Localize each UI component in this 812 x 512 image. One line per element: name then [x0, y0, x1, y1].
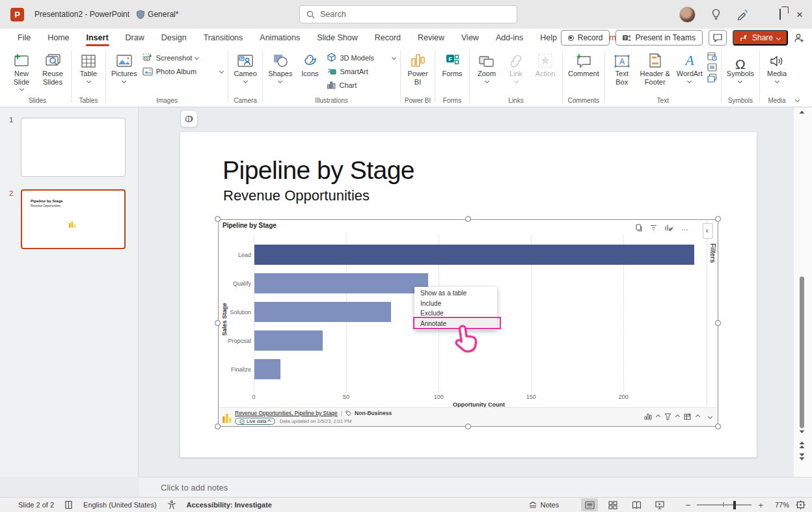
menu-item-include[interactable]: Include [414, 299, 497, 309]
symbols-button[interactable]: Ω Symbols [724, 49, 757, 84]
cameo-button[interactable]: P Cameo [231, 49, 260, 84]
wordart-button[interactable]: A WordArt [674, 49, 705, 84]
date-time-button[interactable] [707, 51, 717, 61]
notes-pane[interactable]: Click to add notes [139, 477, 812, 497]
smartart-button[interactable]: SmartArt [325, 65, 398, 77]
tab-draw[interactable]: Draw [117, 29, 153, 47]
record-button[interactable]: Record [561, 30, 610, 46]
insert-object-button[interactable] [707, 74, 717, 83]
change-visual-chevron[interactable] [656, 414, 660, 419]
zoom-out-button[interactable]: − [685, 500, 690, 510]
header-footer-button[interactable]: Header & Footer [637, 49, 673, 87]
footer-grid-chevron[interactable] [696, 414, 700, 419]
resize-handle-se[interactable] [715, 424, 721, 429]
pictures-button[interactable]: Pictures [109, 49, 140, 84]
resize-handle-ne[interactable] [715, 216, 721, 222]
scroll-down-arrow[interactable] [798, 429, 805, 435]
notes-toggle-label: Notes [540, 501, 559, 509]
new-slide-button[interactable]: New Slide [7, 49, 36, 92]
present-in-teams-button[interactable]: T Present in Teams [616, 30, 703, 46]
tab-add-ins[interactable]: Add-ins [487, 29, 532, 47]
slide-1-thumbnail[interactable] [21, 118, 126, 177]
bar-solution[interactable] [254, 302, 391, 322]
sensitivity-label[interactable]: General* [148, 10, 178, 19]
bar-finalize[interactable] [254, 359, 280, 379]
resize-handle-e[interactable] [715, 320, 721, 326]
comments-toggle-button[interactable] [709, 30, 727, 46]
notes-toggle-icon[interactable]: Notes [528, 501, 559, 509]
zoom-slider[interactable] [697, 504, 751, 505]
tab-file[interactable]: File [9, 29, 39, 47]
search-input[interactable]: Search [299, 5, 517, 23]
zoom-level[interactable]: 77% [770, 501, 789, 509]
close-button[interactable]: × [796, 9, 803, 20]
tab-home[interactable]: Home [39, 29, 77, 47]
zoom-button[interactable]: Zoom [472, 49, 501, 84]
collapse-ribbon-chevron[interactable] [795, 98, 800, 102]
restore-button[interactable] [779, 10, 781, 19]
tab-animations[interactable]: Animations [251, 29, 308, 47]
change-visual-icon[interactable] [644, 413, 652, 420]
table-button[interactable]: Table [74, 49, 103, 84]
resize-handle-w[interactable] [215, 320, 221, 326]
slide-title[interactable]: Pipeline by Stage [223, 156, 414, 185]
resize-handle-s[interactable] [465, 424, 471, 429]
next-slide-button[interactable] [798, 452, 805, 461]
tab-review[interactable]: Review [409, 29, 453, 47]
language-indicator[interactable]: English (United States) [83, 501, 157, 509]
bar-proposal[interactable] [254, 330, 323, 351]
user-avatar[interactable] [679, 7, 696, 23]
footer-filter-icon[interactable] [664, 413, 671, 420]
slide-2-thumbnail[interactable]: Pipeline by Stage Revenue Opportunities [21, 189, 126, 249]
tab-design[interactable]: Design [153, 29, 195, 47]
slide-subtitle[interactable]: Revenue Opportunities [223, 187, 370, 204]
3d-models-button[interactable]: 3D Models [325, 51, 398, 64]
zoom-slider-thumb[interactable] [733, 501, 736, 509]
tab-record[interactable]: Record [366, 29, 409, 47]
chart-button[interactable]: Chart [325, 79, 398, 91]
scroll-up-arrow[interactable] [798, 109, 805, 115]
reading-view-button[interactable] [628, 498, 645, 511]
new-comment-button[interactable]: Comment [565, 49, 602, 79]
bar-lead[interactable] [254, 245, 694, 265]
tab-transitions[interactable]: Transitions [195, 29, 252, 47]
tab-insert[interactable]: Insert [78, 29, 117, 47]
accessibility-status[interactable]: Accessibility: Investigate [187, 501, 272, 509]
icons-button[interactable]: Icons [295, 49, 324, 79]
media-button[interactable]: Media [763, 49, 791, 84]
fit-slide-icon[interactable] [796, 500, 805, 509]
previous-slide-button[interactable] [798, 440, 805, 450]
scrollbar-thumb[interactable] [800, 276, 804, 428]
normal-view-button[interactable] [581, 498, 598, 511]
tips-lightbulb-icon[interactable] [711, 8, 721, 20]
text-box-button[interactable]: A Text Box [608, 49, 636, 87]
forms-button[interactable]: F Forms [438, 49, 467, 79]
resize-handle-sw[interactable] [215, 424, 221, 429]
reuse-slides-button[interactable]: Reuse Slides [37, 49, 68, 87]
coaching-pen-icon[interactable] [737, 9, 748, 20]
bar-qualify[interactable] [254, 273, 428, 293]
link-button: Link [502, 49, 530, 84]
slide-sorter-view-button[interactable] [604, 498, 621, 511]
tab-view[interactable]: View [453, 29, 487, 47]
tab-slide-show[interactable]: Slide Show [308, 29, 366, 47]
photo-album-button[interactable]: Photo Album [141, 65, 225, 77]
footer-collapse-chevron[interactable] [708, 414, 712, 419]
menu-item-show-as-table[interactable]: Show as a table [414, 288, 497, 299]
zoom-in-button[interactable]: + [758, 500, 763, 510]
powerbi-source-link[interactable]: Revenue Opportunities, Pipeline by Stage [235, 410, 338, 416]
spellcheck-icon[interactable] [64, 500, 73, 509]
resize-handle-n[interactable] [465, 216, 471, 222]
slide-number-button[interactable] [707, 63, 717, 72]
live-data-pill[interactable]: Live data [235, 418, 275, 425]
presenter-add-icon[interactable] [794, 33, 804, 43]
power-bi-button[interactable]: Power BI [403, 49, 432, 87]
shapes-button[interactable]: Shapes [265, 49, 295, 84]
screenshot-button[interactable]: Screenshot [141, 51, 225, 64]
designer-button[interactable] [180, 110, 198, 128]
slideshow-view-button[interactable] [651, 498, 668, 511]
footer-filter-chevron[interactable] [675, 414, 680, 419]
footer-grid-icon[interactable] [684, 413, 692, 420]
resize-handle-nw[interactable] [215, 216, 221, 222]
share-button[interactable]: Share [733, 30, 788, 46]
